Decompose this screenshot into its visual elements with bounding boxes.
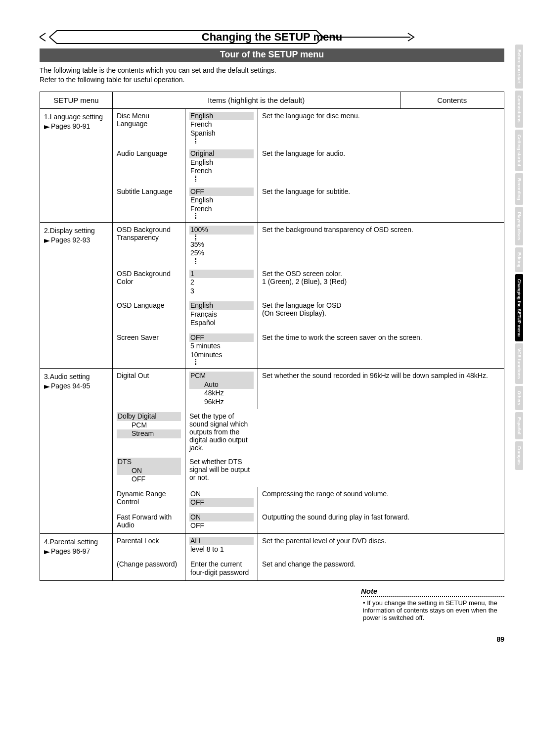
- table-row: 1.Language setting Pages 90-91 Disc Menu…: [40, 108, 504, 223]
- side-tab[interactable]: Getting started: [515, 130, 523, 171]
- side-tab[interactable]: Connections: [515, 91, 523, 128]
- arrow-icon: [44, 239, 50, 243]
- table-row: 4.Parental setting Pages 96-97 Parental …: [40, 533, 504, 580]
- arrow-icon: [44, 550, 50, 554]
- table-row: 3.Audio setting Pages 94-95 Digital OutP…: [40, 369, 504, 534]
- note-box: Note • If you change the setting in SETU…: [361, 587, 504, 621]
- note-title: Note: [361, 587, 504, 595]
- side-tab[interactable]: Others: [515, 386, 523, 410]
- arrow-icon: [44, 385, 50, 389]
- side-tab[interactable]: Français: [515, 441, 523, 470]
- side-tab[interactable]: Playing discs: [515, 207, 523, 245]
- side-tab[interactable]: Changing the SETUP menu: [515, 274, 523, 341]
- side-tab[interactable]: VCR functions: [515, 343, 523, 384]
- side-tab[interactable]: Editing: [515, 247, 523, 273]
- page-title: Changing the SETUP menu: [40, 30, 504, 45]
- setup-table: SETUP menu Items (highlight is the defau…: [40, 92, 504, 581]
- table-row: 2.Display setting Pages 92-93 OSD Backgr…: [40, 223, 504, 369]
- side-tab[interactable]: Recording: [515, 173, 523, 205]
- col-menu: SETUP menu: [40, 92, 113, 108]
- col-items: Items (highlight is the default): [113, 92, 400, 108]
- side-tabs: Before you startConnectionsGetting start…: [515, 45, 525, 472]
- side-tab[interactable]: Español: [515, 412, 523, 439]
- note-body: • If you change the setting in SETUP men…: [361, 599, 504, 621]
- intro-text: The following table is the contents whic…: [40, 66, 504, 85]
- side-tab[interactable]: Before you start: [515, 45, 523, 89]
- banner: Changing the SETUP menu: [40, 30, 504, 47]
- page-number: 89: [40, 621, 504, 643]
- arrow-icon: [44, 125, 50, 129]
- col-contents: Contents: [400, 92, 504, 108]
- section-title: Tour of the SETUP menu: [40, 48, 504, 62]
